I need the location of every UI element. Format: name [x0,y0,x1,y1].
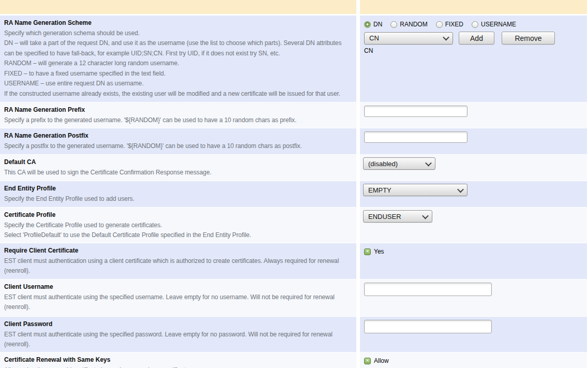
row-client-username: Client Username EST client must authenti… [0,279,587,316]
default-ca-select[interactable]: (disabled) [363,157,435,170]
row-require-client-certificate: Require Client Certificate EST client mu… [0,243,587,279]
dn-part-select[interactable]: CN [364,32,453,45]
chevron-down-icon [457,186,464,193]
setting-description: EST client must authenticate using the s… [4,292,355,313]
radio-option-username[interactable]: USERNAME [472,21,516,28]
end-entity-profile-select[interactable]: EMPTY [363,184,468,196]
setting-title: RA Name Generation Scheme [4,18,355,28]
radio-label: RANDOM [400,21,427,28]
setting-description: EST client must authentication using a c… [4,256,355,276]
row-default-ca: Default CA This CA will be used to sign … [0,154,587,181]
client-password-input[interactable] [364,320,492,333]
row-ra-name-generation-prefix: RA Name Generation Prefix Specify a pref… [0,102,587,128]
setting-title: Require Client Certificate [4,246,355,256]
end-entity-profile-select-value: EMPTY [368,186,391,194]
row-ra-name-generation-scheme: RA Name Generation Scheme Specify which … [0,14,587,102]
est-config-table: RA Name Generation Scheme Specify which … [0,0,587,368]
row-end-entity-profile: End Entity Profile Specify the End Entit… [0,181,587,207]
setting-title: End Entity Profile [4,184,355,194]
checked-checkbox-icon[interactable] [364,248,371,255]
setting-title: RA Name Generation Prefix [4,105,355,115]
radio-option-dn[interactable]: DN [364,21,382,28]
radio-icon[interactable] [436,21,443,28]
chevron-down-icon [422,212,429,219]
client-username-input[interactable] [364,283,492,296]
setting-title: RA Name Generation Postfix [4,131,355,141]
dn-part-select-value: CN [369,34,379,42]
chevron-down-icon [443,34,449,41]
table-header-bar [0,0,587,14]
radio-label: DN [373,21,382,28]
setting-title: Default CA [4,157,355,168]
default-ca-select-value: (disabled) [368,160,398,168]
name-scheme-radio-group: DN RANDOM FIXED USERNAME [364,20,587,28]
checkbox-label: Yes [374,248,384,255]
certificate-profile-select-value: ENDUSER [368,213,401,220]
setting-title: Client Password [4,319,355,330]
setting-description: Specify the End Entity Profile used to a… [4,194,355,204]
checkbox-label: Allow [374,357,389,364]
chevron-down-icon [425,159,432,166]
setting-description: Specify which generation schema should b… [4,28,355,99]
remove-button[interactable]: Remove [502,32,555,45]
setting-description: Specify a prefix to the generated userna… [4,115,355,126]
ra-postfix-input[interactable] [364,131,468,143]
setting-description: Allow using the same old certificate key… [4,365,355,368]
checked-checkbox-icon[interactable] [364,358,371,364]
row-certificate-profile: Certificate Profile Specify the Certific… [0,207,587,243]
setting-title: Client Username [4,282,355,292]
ra-prefix-input[interactable] [364,106,468,117]
row-certificate-renewal-same-keys: Certificate Renewal with Same Keys Allow… [0,352,587,368]
setting-title: Certificate Profile [4,210,355,220]
setting-description: EST client must authenticate using the s… [4,330,355,350]
setting-title: Certificate Renewal with Same Keys [4,355,355,365]
setting-description: This CA will be used to sign the Certifi… [4,168,355,178]
row-client-password: Client Password EST client must authenti… [0,316,587,352]
header-bar-right [356,0,587,14]
header-bar-left [0,0,356,14]
certificate-profile-select[interactable]: ENDUSER [363,210,432,223]
dn-parts-list: CN [364,47,587,54]
radio-icon[interactable] [472,21,478,28]
setting-description: Specify the Certificate Profile used to … [4,220,355,241]
radio-label: USERNAME [481,21,516,28]
radio-label: FIXED [445,21,463,28]
setting-description: Specify a postfix to the generated usern… [4,141,355,152]
radio-option-fixed[interactable]: FIXED [436,21,463,28]
radio-option-random[interactable]: RANDOM [390,21,427,28]
row-ra-name-generation-postfix: RA Name Generation Postfix Specify a pos… [0,128,587,154]
add-button[interactable]: Add [459,32,494,45]
radio-selected-icon[interactable] [364,21,371,28]
radio-icon[interactable] [390,21,397,28]
